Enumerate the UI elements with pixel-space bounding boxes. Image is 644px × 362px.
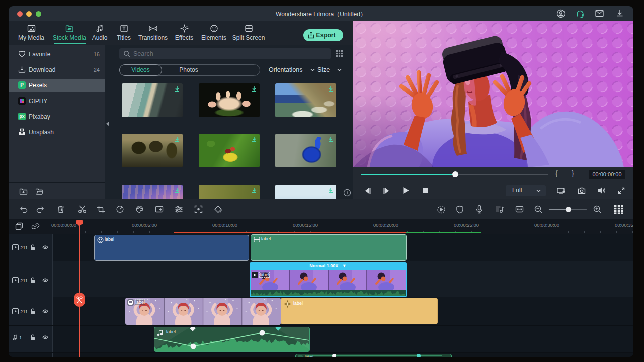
svg-text:211: 211: [20, 309, 28, 314]
svg-text:1: 1: [19, 335, 22, 340]
svg-text:211: 211: [20, 278, 28, 283]
svg-text:211: 211: [20, 245, 28, 250]
